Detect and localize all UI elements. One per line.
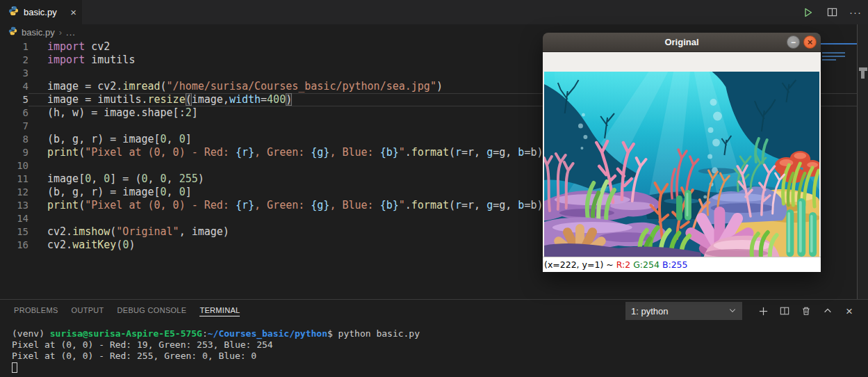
line-number: 13 [0, 199, 28, 212]
opencv-window-controls: − × [787, 35, 817, 49]
opencv-status-bar: (x=222, y=1) ~ R:2 G:254 B:255 [543, 257, 821, 272]
pixel-readout: R:2 [616, 259, 633, 270]
python-icon [8, 26, 17, 38]
panel-tab-output[interactable]: OUTPUT [72, 306, 104, 316]
line-number: 4 [0, 80, 28, 93]
panel-tab-debug-console[interactable]: DEBUG CONSOLE [117, 306, 187, 316]
terminal-line: (venv) surisa@surisa-Aspire-E5-575G:~/Co… [12, 328, 420, 339]
close-panel-icon[interactable]: × [843, 305, 855, 317]
terminal-output[interactable]: (venv) surisa@surisa-Aspire-E5-575G:~/Co… [12, 328, 420, 373]
opencv-image-area [543, 52, 821, 257]
maximize-panel-chevron-up-icon[interactable] [821, 305, 834, 317]
breadcrumb-symbol[interactable]: ... [66, 27, 76, 38]
line-number: 16 [0, 239, 28, 252]
line-number: 11 [0, 173, 28, 186]
line-number: 6 [0, 106, 28, 120]
line-number: 8 [0, 133, 28, 146]
pixel-readout: B:255 [662, 259, 688, 270]
python-icon [8, 6, 19, 19]
tab-close-icon[interactable]: × [70, 7, 76, 17]
more-actions-icon[interactable]: ··· [849, 6, 862, 19]
chevron-down-icon [728, 306, 737, 316]
split-terminal-icon[interactable] [778, 305, 791, 317]
breadcrumb-file[interactable]: basic.py [22, 27, 55, 38]
terminal-selector-value: 1: python [631, 306, 669, 316]
terminal-selector-dropdown[interactable]: 1: python [625, 302, 742, 320]
kill-terminal-trash-icon[interactable] [800, 305, 812, 317]
line-number: 1 [0, 40, 28, 54]
minimap-code-line [822, 59, 836, 61]
panel-controls: 1: python × [625, 302, 855, 320]
vscode-window: basic.py × ··· basic.py › ... 1import cv… [0, 0, 868, 377]
line-number: 10 [0, 159, 28, 173]
panel-tab-problems[interactable]: PROBLEMS [14, 306, 58, 316]
close-icon[interactable]: × [803, 35, 817, 49]
terminal-cursor [12, 362, 17, 373]
tab-bar: basic.py × ··· [0, 0, 868, 24]
opencv-window: Original − × [543, 33, 821, 272]
opencv-window-title: Original [664, 37, 698, 47]
line-number: 9 [0, 146, 28, 159]
scrollbar-gutter[interactable] [858, 24, 868, 299]
run-button[interactable] [801, 6, 815, 19]
split-editor-icon[interactable] [825, 6, 839, 19]
opencv-titlebar[interactable]: Original − × [543, 33, 821, 52]
pixel-readout: (x=222, y=1) ~ [544, 259, 616, 270]
tab-title: basic.py [24, 7, 65, 17]
scrollbar-slider[interactable] [861, 67, 865, 79]
line-number: 2 [0, 54, 28, 67]
minimap-code-line [822, 52, 845, 54]
terminal-line: Pixel at (0, 0) - Red: 19, Green: 253, B… [12, 339, 420, 351]
panel-tab-terminal[interactable]: TERMINAL [199, 306, 240, 316]
new-terminal-icon[interactable] [757, 305, 769, 317]
line-number: 5 [0, 93, 28, 106]
terminal-line: Pixel at (0, 0) - Red: 255, Green: 0, Bl… [12, 351, 420, 362]
panel-tabs: PROBLEMSOUTPUTDEBUG CONSOLETERMINAL [14, 306, 253, 316]
minimize-icon[interactable]: − [787, 35, 800, 49]
breadcrumb: basic.py › ... [0, 24, 541, 40]
line-number: 7 [0, 120, 28, 133]
pixel-readout: G:254 [633, 259, 662, 270]
bottom-panel: PROBLEMSOUTPUTDEBUG CONSOLETERMINAL 1: p… [0, 299, 868, 377]
minimap-code-line [822, 56, 845, 57]
sea-image [544, 72, 819, 257]
editor-actions: ··· [801, 0, 862, 24]
line-number: 3 [0, 67, 28, 80]
line-number: 15 [0, 225, 28, 239]
line-number: 14 [0, 212, 28, 225]
panel-header: PROBLEMSOUTPUTDEBUG CONSOLETERMINAL 1: p… [0, 300, 868, 322]
breadcrumb-separator-icon: › [59, 27, 62, 38]
line-number: 12 [0, 186, 28, 199]
minimap-current-line [821, 43, 857, 45]
tab-basic-py[interactable]: basic.py × [0, 0, 82, 24]
